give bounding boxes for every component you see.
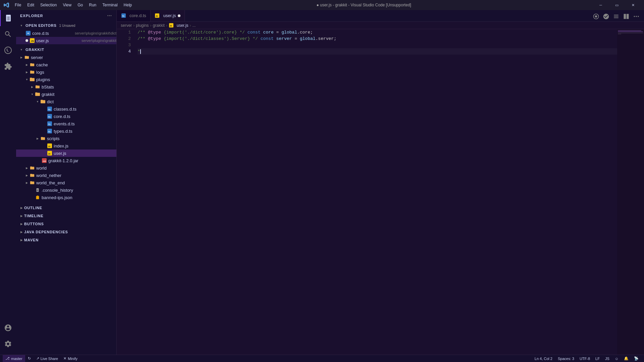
folder-logs[interactable]: ▶ logs [16,68,116,76]
editor-content-area[interactable]: 1 2 3 4 /** @type {import('./dict/core')… [117,29,644,355]
remote-icon[interactable] [601,11,611,21]
grakkit-inner-folder-label: grakkit [42,92,116,97]
feedback-item[interactable]: ☺ [612,355,621,362]
svg-point-25 [638,16,639,17]
line-ending-item[interactable]: LF [593,355,602,362]
folder-server[interactable]: ▶ server [16,54,116,61]
file-jar[interactable]: ▶ JAR grakkit-1.2.0.jar [16,157,116,164]
timeline-label: TIMELINE [24,214,44,218]
activity-accounts[interactable] [0,320,16,336]
folder-world[interactable]: ▶ world [16,164,116,172]
activity-bar [0,10,16,355]
split-editor-icon[interactable] [621,11,631,21]
breadcrumb-grakkit[interactable]: grakkit [153,23,164,28]
minify-item[interactable]: ✕ Minify [61,355,80,362]
tab-core-d-ts[interactable]: TS core.d.ts [117,10,151,21]
folder-world-nether[interactable]: ▶ world_nether [16,172,116,179]
activity-source-control[interactable] [0,42,16,58]
world-folder-icon [30,165,35,171]
activity-extensions[interactable] [0,58,16,74]
breadcrumb-plugins[interactable]: plugins [136,23,149,28]
breadcrumb-server[interactable]: server [121,23,132,28]
grakkit-inner-arrow: ▼ [30,92,35,97]
grakkit-section[interactable]: ▼ GRAKKIT [16,46,116,54]
activity-search[interactable] [0,26,16,42]
close-button[interactable]: ✕ [625,0,641,10]
menu-run[interactable]: Run [86,2,99,8]
end-arrow: ▶ [24,180,30,185]
folder-bstats[interactable]: ▶ bStats [16,83,116,90]
menu-go[interactable]: Go [75,2,86,8]
plugins-folder-icon [30,77,35,82]
bottom-sections: ▶ OUTLINE ▶ TIMELINE ▶ BUTTONS ▶ JAVA DE… [16,204,116,244]
more-actions-icon[interactable] [631,11,641,21]
svg-text:TS: TS [48,108,51,111]
server-arrow: ▶ [19,55,24,60]
breadcrumb-icon[interactable] [611,11,621,21]
file-types-d-ts[interactable]: ▶ TS types.d.ts [16,127,116,135]
java-deps-section[interactable]: ▶ JAVA DEPENDENCIES [16,228,116,236]
restore-button[interactable]: ▭ [609,0,625,10]
menu-terminal[interactable]: Terminal [100,2,120,8]
menu-view[interactable]: View [60,2,74,8]
svg-text:JS: JS [48,153,50,155]
file-banned-ips[interactable]: ▶ banned-ips.json [16,194,116,201]
svg-text:JS: JS [48,145,50,147]
java-deps-arrow: ▶ [19,229,24,235]
file-core-d-ts[interactable]: ▶ TS core.d.ts [16,113,116,120]
svg-point-23 [634,16,635,17]
bell-item[interactable]: 🔔 [621,355,631,362]
minimize-button[interactable]: ─ [593,0,608,10]
outline-section[interactable]: ▶ OUTLINE [16,204,116,212]
spaces-item[interactable]: Spaces: 3 [555,355,577,362]
folder-plugins[interactable]: ▼ plugins [16,76,116,83]
js-file-icon-open-editor: JS [30,38,35,43]
open-editors-section[interactable]: ▼ Open Editors 1 Unsaved [16,21,116,29]
menu-selection[interactable]: Selection [38,2,59,8]
java-deps-label: JAVA DEPENDENCIES [24,230,68,234]
live-share-item[interactable]: ↗ Live Share [34,355,61,362]
menu-edit[interactable]: Edit [24,2,37,8]
branch-item[interactable]: ⎇ master [3,355,25,362]
file-banned-label: banned-ips.json [42,195,116,200]
folder-cache[interactable]: ▶ cache [16,61,116,68]
maven-label: MAVEN [24,238,39,242]
sync-item[interactable]: ↻ [25,355,34,362]
bstats-folder-icon [35,84,40,89]
open-editor-user-js[interactable]: JS user.js server\plugins\grakkit [16,37,116,44]
buttons-section[interactable]: ▶ BUTTONS [16,220,116,228]
grakkit-arrow: ▼ [19,47,24,52]
file-user-js[interactable]: ▶ JS user.js [16,149,116,157]
file-console-history[interactable]: ▶ .console_history [16,186,116,194]
menu-help[interactable]: Help [121,2,135,8]
activity-explorer[interactable] [0,10,16,26]
breadcrumb-file[interactable]: user.js [177,23,189,28]
title-bar: File Edit Selection View Go Run Terminal… [0,0,644,10]
folder-scripts[interactable]: ▶ scripts [16,135,116,142]
broadcast-item[interactable]: 📡 [631,355,641,362]
activity-bar-bottom [0,320,16,355]
comment-type-2: {import('./dict/classes').Server} */ [161,36,260,42]
folder-grakkit[interactable]: ▼ grakkit [16,90,116,98]
file-events-d-ts[interactable]: ▶ TS events.d.ts [16,120,116,127]
menu-file[interactable]: File [12,2,24,8]
timeline-section[interactable]: ▶ TIMELINE [16,212,116,220]
tab-user-js[interactable]: JS user.js [151,10,185,21]
dot-server: .server; [316,36,336,42]
extensions-icon[interactable] [591,11,601,21]
new-file-icon[interactable]: ⋯ [106,13,112,19]
code-editor[interactable]: /** @type {import('./dict/core').core} *… [133,29,617,355]
folder-dict[interactable]: ▼ dict [16,98,116,105]
breadcrumb-ellipsis[interactable]: ... [192,23,196,28]
file-classes-d-ts[interactable]: ▶ TS classes.d.ts [16,105,116,113]
open-editor-core-d-ts[interactable]: core.d.ts server\plugins\grakkit\dict [16,29,116,37]
file-index-js[interactable]: ▶ JS index.js [16,142,116,149]
encoding-item[interactable]: UTF-8 [577,355,593,362]
folder-world-the-end[interactable]: ▶ world_the_end [16,179,116,186]
activity-settings[interactable] [0,336,16,352]
language-item[interactable]: JS [602,355,612,362]
maven-section[interactable]: ▶ MAVEN [16,236,116,244]
main-layout: Explorer ⋯ ▼ Open Editors 1 Unsaved core… [0,10,644,355]
position-item[interactable]: Ln 4, Col 2 [532,355,555,362]
scripts-arrow: ▶ [35,136,40,141]
